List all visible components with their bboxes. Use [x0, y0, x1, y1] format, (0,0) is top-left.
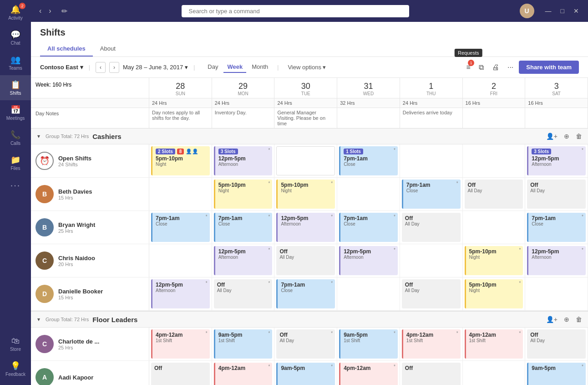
open-shift-mon[interactable]: 3 Slots* 12pm-5pm Afternoon: [212, 144, 275, 177]
tab-month[interactable]: Month: [248, 62, 272, 73]
shift-danielle-fri[interactable]: *5pm-10pmNight: [463, 277, 526, 310]
minimize-button[interactable]: —: [542, 6, 555, 15]
tab-all-schedules[interactable]: All schedules: [40, 41, 93, 56]
shift-aadi-thu[interactable]: Off: [400, 361, 463, 385]
shift-danielle-thu[interactable]: OffAll Day: [400, 277, 463, 310]
sidebar-item-feedback[interactable]: 💡 Feedback: [0, 356, 31, 381]
shift-chris-thu[interactable]: [400, 244, 463, 277]
collapse-floor-leaders-button[interactable]: ▾: [35, 315, 42, 323]
shift-aadi-mon[interactable]: *4pm-12am: [212, 361, 275, 385]
shift-bryan-fri[interactable]: [463, 211, 526, 244]
shift-beth-mon[interactable]: *5pm-10pmNight: [212, 178, 275, 210]
collapse-cashiers-button[interactable]: ▾: [35, 132, 42, 140]
shift-aadi-fri[interactable]: [463, 361, 526, 385]
view-options-button[interactable]: View options ▾: [284, 62, 329, 72]
tab-week[interactable]: Week: [223, 62, 246, 73]
shift-chris-fri[interactable]: *5pm-10pmNight: [463, 244, 526, 277]
sidebar-item-meetings[interactable]: 📅 Meetings: [0, 100, 31, 125]
rearrange-button[interactable]: ⊕: [563, 131, 571, 141]
shift-bryan-thu[interactable]: OffAll Day: [400, 211, 463, 244]
group-floor-leaders-header: ▾ Group Total: 72 Hrs Floor Leaders 👤+ ⊕…: [31, 312, 588, 328]
shift-danielle-sun[interactable]: *12pm-5pmAfternoon: [149, 277, 212, 310]
sidebar-item-store[interactable]: 🛍 Store: [0, 332, 31, 356]
open-shift-fri[interactable]: [463, 144, 526, 177]
sidebar-item-calls[interactable]: 📞 Calls: [0, 125, 31, 150]
shift-aadi-wed[interactable]: *4pm-12am: [337, 361, 400, 385]
open-shift-tue[interactable]: [274, 144, 337, 177]
shift-label: Afternoon: [218, 162, 269, 167]
shift-charlotte-thu[interactable]: *4pm-12am1st Shift: [400, 328, 463, 360]
clock-icon: ⏰: [35, 152, 54, 170]
sidebar-item-label: Files: [10, 166, 20, 171]
sidebar-item-files[interactable]: 📁 Files: [0, 150, 31, 175]
shift-charlotte-wed[interactable]: *9am-5pm1st Shift: [337, 328, 400, 360]
shift-chris-sat[interactable]: *12pm-5pmAfternoon: [525, 244, 588, 277]
week-hours-row: 24 Hrs 24 Hrs 24 Hrs 32 Hrs 24 Hrs 16 Hr…: [31, 98, 588, 108]
open-shift-sun[interactable]: 2 Slots 8 👤👤 5pm-10pm Night: [149, 144, 212, 177]
sidebar-item-more[interactable]: ···: [0, 175, 31, 196]
shift-chris-sun[interactable]: [149, 244, 212, 277]
rearrange-fl-button[interactable]: ⊕: [563, 314, 571, 324]
shift-charlotte-sat[interactable]: OffAll Day: [525, 328, 588, 360]
shift-chris-wed[interactable]: *12pm-5pmAfternoon: [337, 244, 400, 277]
sidebar-item-chat[interactable]: 💬 Chat: [0, 25, 31, 50]
shift-danielle-sat[interactable]: [525, 277, 588, 310]
tab-about[interactable]: About: [93, 41, 123, 56]
shift-bryan-sun[interactable]: *7pm-1amClose: [149, 211, 212, 244]
shift-danielle-wed[interactable]: [337, 277, 400, 310]
shift-beth-thu[interactable]: *7pm-1amClose: [400, 178, 463, 210]
print-button[interactable]: 🖨: [489, 62, 502, 73]
shift-beth-fri[interactable]: OffAll Day: [463, 178, 526, 210]
shift-aadi-sat[interactable]: *9am-5pm: [525, 361, 588, 385]
add-employee-button[interactable]: 👤+: [545, 131, 559, 141]
next-week-button[interactable]: ›: [109, 62, 119, 73]
close-button[interactable]: ✕: [570, 6, 583, 15]
compose-button[interactable]: ✏: [58, 5, 71, 17]
shift-bryan-mon[interactable]: *7pm-1amClose: [212, 211, 275, 244]
sidebar-item-teams[interactable]: 👥 Teams: [0, 50, 31, 75]
sidebar-item-label: Meetings: [6, 116, 25, 121]
back-button[interactable]: ‹: [36, 5, 44, 17]
shift-charlotte-fri[interactable]: *4pm-12am1st Shift: [463, 328, 526, 360]
shift-chris-mon[interactable]: *12pm-5pmAfternoon: [212, 244, 275, 277]
prev-week-button[interactable]: ‹: [96, 62, 106, 73]
copy-schedule-button[interactable]: ⧉: [476, 62, 487, 73]
shift-beth-tue[interactable]: *5pm-10pmNight: [274, 178, 337, 210]
shift-bryan-sat[interactable]: *7pm-1amClose: [525, 211, 588, 244]
shift-danielle-tue[interactable]: *7pm-1amClose: [274, 277, 337, 310]
shift-beth-sat[interactable]: OffAll Day: [525, 178, 588, 210]
delete-fl-button[interactable]: 🗑: [574, 314, 583, 324]
date-range[interactable]: May 28 – June 3, 2017 ▾: [123, 64, 188, 71]
shift-beth-sun[interactable]: [149, 178, 212, 210]
schedule-selector[interactable]: Contoso East ▾: [40, 64, 83, 71]
shift-chris-tue[interactable]: OffAll Day: [274, 244, 337, 277]
shift-bryan-wed[interactable]: *7pm-1amClose: [337, 211, 400, 244]
shift-charlotte-sun[interactable]: *4pm-12am1st Shift: [149, 328, 212, 360]
share-button[interactable]: Share with team: [519, 61, 579, 74]
sidebar-item-activity[interactable]: 🔔 Activity 2: [0, 0, 31, 25]
maximize-button[interactable]: □: [557, 6, 568, 15]
shift-charlotte-tue[interactable]: *OffAll Day: [274, 328, 337, 360]
shift-charlotte-mon[interactable]: *9am-5pm1st Shift: [212, 328, 275, 360]
navigation-buttons: ‹ ›: [36, 5, 54, 17]
group-header-actions-fl: 👤+ ⊕ 🗑: [154, 314, 583, 324]
sidebar-item-shifts[interactable]: 📋 Shifts: [0, 75, 31, 100]
open-shift-thu[interactable]: [400, 144, 463, 177]
more-options-button[interactable]: ···: [505, 62, 516, 73]
page-tabs: All schedules About: [40, 41, 579, 56]
forward-button[interactable]: ›: [46, 5, 54, 17]
shift-time: 12pm-5pm: [218, 155, 269, 162]
shift-beth-wed[interactable]: [337, 178, 400, 210]
shift-aadi-tue[interactable]: *9am-5pm: [274, 361, 337, 385]
delete-group-button[interactable]: 🗑: [574, 131, 583, 141]
open-shift-wed[interactable]: 1 Slots* 7pm-1am Close: [337, 144, 400, 177]
open-shift-sat[interactable]: 3 Slots* 12pm-5pm Afternoon: [525, 144, 588, 177]
sidebar-item-label: Shifts: [10, 91, 21, 96]
search-input[interactable]: [182, 5, 409, 17]
tab-day[interactable]: Day: [204, 62, 222, 73]
shift-bryan-tue[interactable]: *12pm-5pmAfternoon: [274, 211, 337, 244]
add-employee-fl-button[interactable]: 👤+: [545, 314, 559, 324]
shift-aadi-sun[interactable]: Off: [149, 361, 212, 385]
shift-danielle-mon[interactable]: *OffAll Day: [212, 277, 275, 310]
requests-button[interactable]: ≡ 1: [464, 62, 473, 73]
